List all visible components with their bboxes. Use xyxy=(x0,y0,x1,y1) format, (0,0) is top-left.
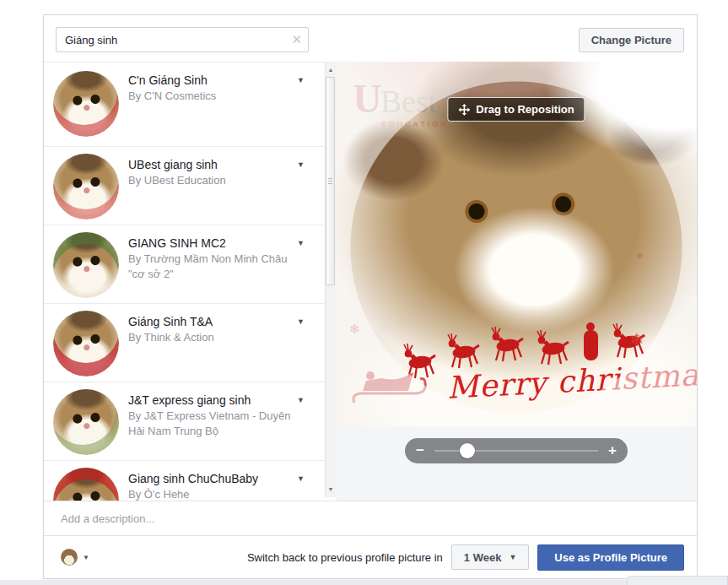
frame-thumbnail xyxy=(53,468,119,501)
caret-down-icon[interactable]: ▼ xyxy=(297,240,305,247)
frame-title: J&T express giang sinh xyxy=(128,393,293,408)
caret-down-icon: ▼ xyxy=(83,554,89,561)
caret-down-icon[interactable]: ▼ xyxy=(297,397,305,404)
page-bottom-strip xyxy=(0,580,728,585)
frame-author: By Ô'c Hehe xyxy=(128,487,293,501)
caret-down-icon: ▼ xyxy=(509,554,516,561)
frame-list: C'n Giáng Sinh By C'N Cosmetics ▼ UBest … xyxy=(44,62,325,501)
frame-title: UBest giang sinh xyxy=(128,157,293,172)
zoom-slider-strip: − + xyxy=(336,427,697,501)
profile-photo-preview[interactable]: UBest EDUCATION xyxy=(336,62,697,427)
chat-tab[interactable] xyxy=(627,576,728,585)
frame-title: Giáng Sinh T&A xyxy=(128,314,293,329)
frame-thumbnail xyxy=(53,311,119,376)
profile-picture-dialog: ✕ Change Picture C'n Giáng Sinh By C'N C… xyxy=(43,14,698,579)
zoom-out-icon[interactable]: − xyxy=(416,438,424,463)
switch-back-label: Switch back to previous profile picture … xyxy=(247,551,443,564)
scroll-up-icon[interactable]: ▲ xyxy=(326,63,336,76)
description-input[interactable] xyxy=(44,501,697,535)
frame-title: Giang sinh ChuChuBaby xyxy=(128,471,293,486)
frame-list-item[interactable]: Giang sinh ChuChuBaby By Ô'c Hehe ▼ xyxy=(44,461,325,501)
caret-down-icon[interactable]: ▼ xyxy=(297,77,305,84)
frame-list-item[interactable]: GIANG SINH MC2 By Trường Mầm Non Minh Ch… xyxy=(44,225,325,304)
caret-down-icon[interactable]: ▼ xyxy=(297,318,305,326)
drag-to-reposition-label: Drag to Reposition xyxy=(476,103,574,116)
frame-author: By UBest Education xyxy=(128,173,293,188)
use-as-profile-picture-button[interactable]: Use as Profile Picture xyxy=(537,544,684,571)
search-input[interactable] xyxy=(56,27,309,52)
dialog-header: ✕ Change Picture xyxy=(44,15,697,62)
frame-list-item[interactable]: J&T express giang sinh By J&T Express Vi… xyxy=(44,382,325,461)
frame-author: By C'N Cosmetics xyxy=(128,89,293,104)
snowflake-icon: ❄ xyxy=(636,251,644,262)
caret-down-icon[interactable]: ▼ xyxy=(297,475,305,483)
scrollbar-thumb[interactable] xyxy=(326,77,335,285)
scroll-down-icon[interactable]: ▼ xyxy=(326,483,336,496)
caret-down-icon[interactable]: ▼ xyxy=(297,161,305,169)
dialog-footer: ▼ Switch back to previous profile pictur… xyxy=(44,535,697,578)
zoom-in-icon[interactable]: + xyxy=(608,438,617,463)
zoom-slider-track[interactable] xyxy=(434,450,598,452)
frame-list-item[interactable]: C'n Giáng Sinh By C'N Cosmetics ▼ xyxy=(44,62,325,147)
frame-thumbnail xyxy=(53,389,119,455)
clear-search-icon[interactable]: ✕ xyxy=(291,32,302,47)
description-row xyxy=(44,501,697,535)
scrollbar-grip xyxy=(328,178,332,184)
preview-panel: UBest EDUCATION xyxy=(336,62,697,501)
drag-to-reposition-pill: Drag to Reposition xyxy=(447,97,585,122)
avatar xyxy=(61,549,78,566)
move-icon xyxy=(458,104,470,116)
switch-duration-value: 1 Week xyxy=(464,551,502,564)
frame-author: By Trường Mầm Non Minh Châu "cơ sở 2" xyxy=(128,252,293,282)
snowflake-icon: ❄ xyxy=(629,330,644,350)
frame-title: GIANG SINH MC2 xyxy=(128,236,293,251)
frame-title: C'n Giáng Sinh xyxy=(128,73,293,88)
zoom-slider[interactable]: − + xyxy=(405,438,628,463)
frame-author: By Think & Action xyxy=(128,330,293,345)
switch-duration-select[interactable]: 1 Week ▼ xyxy=(451,544,530,570)
frame-list-item[interactable]: UBest giang sinh By UBest Education ▼ xyxy=(44,147,325,225)
snowflake-icon: ❄ xyxy=(349,322,360,337)
zoom-slider-thumb[interactable] xyxy=(460,443,475,458)
change-picture-button[interactable]: Change Picture xyxy=(579,28,684,52)
footer-avatar-dropdown[interactable]: ▼ xyxy=(61,549,89,566)
frame-thumbnail xyxy=(53,71,119,137)
frame-thumbnail xyxy=(53,154,119,219)
frame-list-item[interactable]: Giáng Sinh T&A By Think & Action ▼ xyxy=(44,304,325,382)
frame-thumbnail xyxy=(53,232,119,298)
frame-author: By J&T Express Vietnam - Duyên Hải Nam T… xyxy=(128,409,293,439)
list-scrollbar[interactable]: ▲ ▼ xyxy=(325,62,336,497)
